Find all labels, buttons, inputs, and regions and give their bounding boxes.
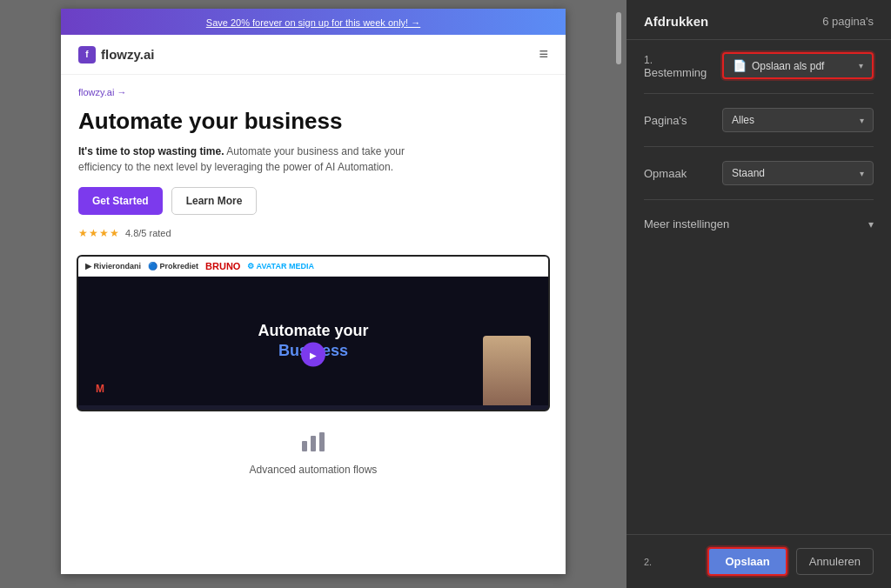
bestemming-row: 1. Bestemming 📄 Opslaan als pdf ▾ bbox=[644, 52, 874, 79]
rating-text: 4.8/5 rated bbox=[125, 228, 171, 238]
paginas-row: Pagina's Alles ▾ bbox=[644, 108, 874, 132]
bestemming-select[interactable]: 📄 Opslaan als pdf ▾ bbox=[722, 52, 874, 79]
bestemming-value: Opslaan als pdf bbox=[752, 60, 859, 72]
banner-link[interactable]: Save 20% forever on sign up for this wee… bbox=[206, 17, 420, 28]
logo-bruno: BRUNO bbox=[205, 261, 240, 271]
rating-row: ★★★★ 4.8/5 rated bbox=[78, 227, 548, 239]
bottom-label: Advanced automation flows bbox=[250, 464, 378, 476]
video-block: ▶ Rivierondani 🔵 Prokrediet BRUNO ⚙ AVAT… bbox=[77, 255, 550, 411]
divider-1 bbox=[644, 93, 874, 94]
video-content: Automate your Business ▶ M bbox=[78, 277, 548, 405]
opmaak-label: Opmaak bbox=[644, 167, 713, 180]
svg-rect-0 bbox=[302, 441, 307, 451]
chart-icon bbox=[300, 429, 326, 458]
meer-instellingen-row[interactable]: Meer instellingen ▾ bbox=[644, 214, 874, 234]
logo-icon: f bbox=[78, 46, 96, 63]
breadcrumb: flowzy.ai → bbox=[61, 75, 566, 99]
hamburger-icon[interactable]: ≡ bbox=[539, 45, 548, 63]
logo-text: flowzy.ai bbox=[101, 47, 154, 62]
hero-title: Automate your business bbox=[78, 108, 548, 135]
learn-more-button[interactable]: Learn More bbox=[171, 187, 258, 215]
avatar-icon: ⚙ bbox=[247, 262, 254, 271]
paginas-select[interactable]: Alles ▾ bbox=[722, 108, 874, 132]
hero-description: It's time to stop wasting time. Automate… bbox=[78, 144, 409, 175]
hero-desc-bold: It's time to stop wasting time. bbox=[78, 145, 224, 157]
pdf-file-icon: 📄 bbox=[733, 59, 747, 72]
breadcrumb-link[interactable]: flowzy.ai → bbox=[78, 87, 126, 97]
print-header: Afdrukken 6 pagina's bbox=[626, 0, 891, 40]
play-button[interactable]: ▶ bbox=[301, 343, 325, 367]
gmail-icon: M bbox=[96, 383, 104, 395]
paginas-arrow-icon: ▾ bbox=[860, 116, 864, 125]
hero-section: Automate your business It's time to stop… bbox=[61, 99, 566, 251]
paginas-value: Alles bbox=[732, 114, 860, 126]
rating-stars: ★★★★ bbox=[78, 227, 120, 239]
svg-rect-1 bbox=[311, 436, 316, 451]
logo-avatar: ⚙ AVATAR MEDIA bbox=[247, 262, 314, 271]
opmaak-row: Opmaak Staand ▾ bbox=[644, 161, 874, 185]
paginas-label: Pagina's bbox=[644, 114, 713, 127]
nav-bar: f flowzy.ai ≡ bbox=[61, 35, 566, 75]
svg-rect-2 bbox=[319, 432, 325, 451]
opmaak-select[interactable]: Staand ▾ bbox=[722, 161, 874, 185]
video-title-line1: Automate your bbox=[258, 321, 368, 341]
divider-2 bbox=[644, 146, 874, 147]
opmaak-value: Staand bbox=[732, 167, 860, 179]
bestemming-label: 1. Bestemming bbox=[644, 53, 713, 79]
print-panel: Afdrukken 6 pagina's 1. Bestemming 📄 Ops… bbox=[626, 0, 891, 588]
step1-indicator: 1. bbox=[644, 54, 653, 66]
video-logos-bar: ▶ Rivierondani 🔵 Prokrediet BRUNO ⚙ AVAT… bbox=[78, 257, 548, 277]
annuleren-button[interactable]: Annuleren bbox=[796, 548, 874, 575]
logo-prokrediet: 🔵 Prokrediet bbox=[148, 262, 198, 271]
preview-area: Save 20% forever on sign up for this wee… bbox=[0, 0, 626, 588]
get-started-button[interactable]: Get Started bbox=[78, 187, 163, 215]
logo: f flowzy.ai bbox=[78, 46, 154, 63]
opslaan-button[interactable]: Opslaan bbox=[707, 547, 787, 576]
page-preview: Save 20% forever on sign up for this wee… bbox=[61, 9, 566, 574]
meer-chevron-icon: ▾ bbox=[868, 218, 874, 231]
print-body: 1. Bestemming 📄 Opslaan als pdf ▾ Pagina… bbox=[626, 40, 891, 534]
logo-rivierondani: ▶ Rivierondani bbox=[85, 262, 141, 271]
opmaak-arrow-icon: ▾ bbox=[860, 169, 864, 178]
print-footer: 2. Opslaan Annuleren bbox=[626, 534, 891, 588]
divider-3 bbox=[644, 199, 874, 200]
person-image bbox=[483, 336, 531, 405]
promo-banner: Save 20% forever on sign up for this wee… bbox=[61, 9, 566, 35]
bestemming-arrow-icon: ▾ bbox=[859, 61, 863, 70]
print-title: Afdrukken bbox=[644, 14, 708, 29]
step2-indicator: 2. bbox=[644, 557, 652, 567]
hero-buttons: Get Started Learn More bbox=[78, 187, 548, 215]
meer-label: Meer instellingen bbox=[644, 217, 729, 231]
pages-count: 6 pagina's bbox=[822, 15, 874, 28]
bottom-section: Advanced automation flows bbox=[61, 415, 566, 484]
